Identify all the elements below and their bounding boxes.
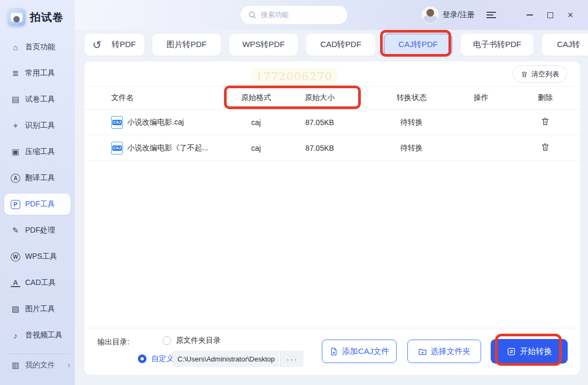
minimize-button[interactable] bbox=[522, 7, 538, 23]
delete-row-button[interactable] bbox=[540, 142, 550, 152]
add-caj-files-label: 添加CAJ文件 bbox=[342, 346, 389, 357]
file-name: 小说改编电影.caj bbox=[127, 118, 184, 127]
search-input[interactable]: 搜索功能 bbox=[241, 6, 347, 24]
avatar[interactable] bbox=[422, 7, 438, 23]
caj-file-icon: CAJ bbox=[111, 116, 123, 129]
caj-file-icon: CAJ bbox=[111, 142, 123, 155]
clear-list-label: 清空列表 bbox=[531, 70, 559, 79]
scan-icon: ⌖ bbox=[11, 121, 20, 130]
menu-icon[interactable] bbox=[486, 12, 496, 18]
sidebar-item-recognition-tools[interactable]: ⌖ 识别工具 bbox=[4, 115, 71, 136]
file-format: caj bbox=[230, 144, 282, 152]
tab-wps-to-pdf[interactable]: WPS转PDF bbox=[229, 34, 298, 56]
file-format: caj bbox=[230, 118, 282, 127]
search-placeholder: 搜索功能 bbox=[261, 10, 289, 20]
sidebar-item-label: 压缩工具 bbox=[25, 147, 55, 157]
sidebar-item-label: 音视频工具 bbox=[25, 330, 63, 340]
choose-folder-label: 选择文件夹 bbox=[431, 346, 471, 357]
convert-icon bbox=[507, 347, 516, 356]
header-delete: 删除 bbox=[510, 93, 580, 103]
sidebar-item-translate-tools[interactable]: A 翻译工具 bbox=[4, 167, 71, 189]
output-dir-label: 输出目录: bbox=[97, 337, 129, 347]
sidebar-item-label: CAD工具 bbox=[25, 278, 56, 288]
translate-icon: A bbox=[11, 174, 20, 183]
sidebar-item-label: 图片工具 bbox=[25, 304, 55, 314]
pdf-icon: P bbox=[11, 200, 20, 209]
option-source-label: 原文件夹目录 bbox=[176, 336, 221, 345]
sidebar-item-wps-tools[interactable]: W WPS工具 bbox=[4, 246, 71, 267]
maximize-button[interactable] bbox=[542, 7, 558, 23]
start-convert-label: 开始转换 bbox=[520, 346, 552, 357]
sidebar-item-label: 常用工具 bbox=[25, 68, 55, 78]
output-path-field[interactable]: C:\Users\Administrator\Desktop bbox=[172, 351, 279, 367]
undo-arrow-icon: ↺ bbox=[92, 38, 102, 51]
header-filename: 文件名 bbox=[111, 93, 230, 103]
sidebar-item-label: PDF工具 bbox=[25, 199, 55, 209]
file-plus-icon bbox=[329, 347, 338, 356]
conversion-tabs: 转PDF ↺ 图片转PDF WPS转PDF CAD转PDF CAJ转PDF 电子… bbox=[75, 30, 588, 62]
login-register-link[interactable]: 登录/注册 bbox=[443, 10, 475, 20]
sidebar-item-common-tools[interactable]: ≣ 常用工具 bbox=[4, 63, 71, 84]
sidebar-item-label: 翻译工具 bbox=[25, 173, 55, 183]
sidebar-item-label: 识别工具 bbox=[25, 121, 55, 130]
delete-row-button[interactable] bbox=[540, 117, 550, 126]
tab-ebook-to-pdf[interactable]: 电子书转PDF bbox=[461, 34, 533, 56]
option-custom-label: 自定义 bbox=[151, 354, 174, 364]
sidebar-item-compress-tools[interactable]: ▣ 压缩工具 bbox=[4, 141, 71, 163]
sidebar-item-home[interactable]: ⌂ 首页功能 bbox=[4, 36, 71, 58]
tab-image-to-pdf[interactable]: 图片转PDF bbox=[152, 34, 221, 56]
sidebar-nav: ⌂ 首页功能 ≣ 常用工具 ▤ 试卷工具 ⌖ 识别工具 ▣ 压缩工具 A 翻译工… bbox=[0, 36, 75, 346]
my-files-label: 我的文件 bbox=[25, 360, 55, 370]
sidebar-divider bbox=[5, 353, 69, 354]
sidebar-item-cad-tools[interactable]: A CAD工具 bbox=[4, 272, 71, 294]
sidebar-item-pdf-tools[interactable]: P PDF工具 bbox=[4, 194, 71, 215]
file-size: 87.05KB bbox=[282, 118, 357, 127]
sidebar-item-image-tools[interactable]: ▨ 图片工具 bbox=[4, 298, 71, 320]
sidebar: 拍试卷 ⌂ 首页功能 ≣ 常用工具 ▤ 试卷工具 ⌖ 识别工具 ▣ 压缩工具 A… bbox=[0, 0, 75, 385]
music-note-icon: ♪ bbox=[11, 330, 20, 340]
table-header: 文件名 原始格式 原始大小 转换状态 操作 删除 bbox=[84, 86, 580, 110]
radio-unselected-icon[interactable] bbox=[163, 336, 171, 345]
compress-icon: ▣ bbox=[11, 147, 20, 157]
sidebar-item-my-files[interactable]: ▥ 我的文件 › bbox=[0, 360, 75, 370]
maximize-icon bbox=[547, 12, 553, 18]
app-logo: 拍试卷 bbox=[0, 0, 75, 28]
layers-icon: ≣ bbox=[11, 68, 20, 78]
header-action: 操作 bbox=[452, 93, 510, 103]
trash-icon bbox=[521, 71, 528, 78]
table-row: CAJ 小说改编电影.caj caj 87.05KB 待转换 bbox=[84, 110, 580, 135]
wps-icon: W bbox=[11, 252, 20, 261]
file-list-panel: 1772006270 清空列表 文件名 原始格式 原始大小 转换状态 操作 删除… bbox=[84, 61, 580, 375]
output-section: 输出目录: 原文件夹目录 自定义 C:\Users\Administrator\… bbox=[84, 328, 580, 375]
add-caj-files-button[interactable]: 添加CAJ文件 bbox=[322, 340, 397, 363]
sidebar-item-pdf-process[interactable]: ✎ PDF处理 bbox=[4, 220, 71, 241]
sidebar-item-label: WPS工具 bbox=[25, 252, 57, 261]
watermark: 1772006270 bbox=[251, 68, 337, 84]
clear-list-button[interactable]: 清空列表 bbox=[513, 65, 567, 83]
camera-logo-icon bbox=[7, 8, 26, 26]
browse-button[interactable]: ··· bbox=[280, 351, 304, 367]
topbar: 搜索功能 登录/注册 × bbox=[75, 0, 588, 30]
close-button[interactable]: × bbox=[562, 7, 578, 23]
start-convert-button[interactable]: 开始转换 bbox=[491, 339, 568, 364]
sidebar-item-label: 试卷工具 bbox=[25, 95, 55, 104]
tab-cad-to-pdf[interactable]: CAD转PDF bbox=[306, 34, 375, 56]
option-source-folder[interactable]: 原文件夹目录 bbox=[163, 336, 221, 345]
folder-plus-icon bbox=[418, 347, 427, 356]
back-button[interactable]: ↺ bbox=[84, 34, 110, 56]
convert-status: 待转换 bbox=[372, 143, 452, 153]
tab-caj-clipped[interactable]: CAJ转 bbox=[542, 34, 588, 56]
minimize-icon bbox=[527, 14, 533, 16]
search-icon bbox=[248, 11, 257, 19]
sidebar-item-exam-tools[interactable]: ▤ 试卷工具 bbox=[4, 89, 71, 110]
option-custom[interactable]: 自定义 bbox=[138, 354, 174, 364]
choose-folder-button[interactable]: 选择文件夹 bbox=[407, 340, 481, 363]
tab-caj-to-pdf[interactable]: CAJ转PDF bbox=[384, 34, 452, 56]
radio-selected-icon[interactable] bbox=[138, 355, 146, 363]
sidebar-item-media-tools[interactable]: ♪ 音视频工具 bbox=[4, 325, 71, 346]
app-title: 拍试卷 bbox=[30, 10, 64, 25]
sidebar-item-label: PDF处理 bbox=[25, 226, 55, 235]
file-size: 87.05KB bbox=[282, 144, 357, 152]
cad-icon: A bbox=[11, 279, 20, 287]
image-icon: ▨ bbox=[11, 304, 20, 314]
